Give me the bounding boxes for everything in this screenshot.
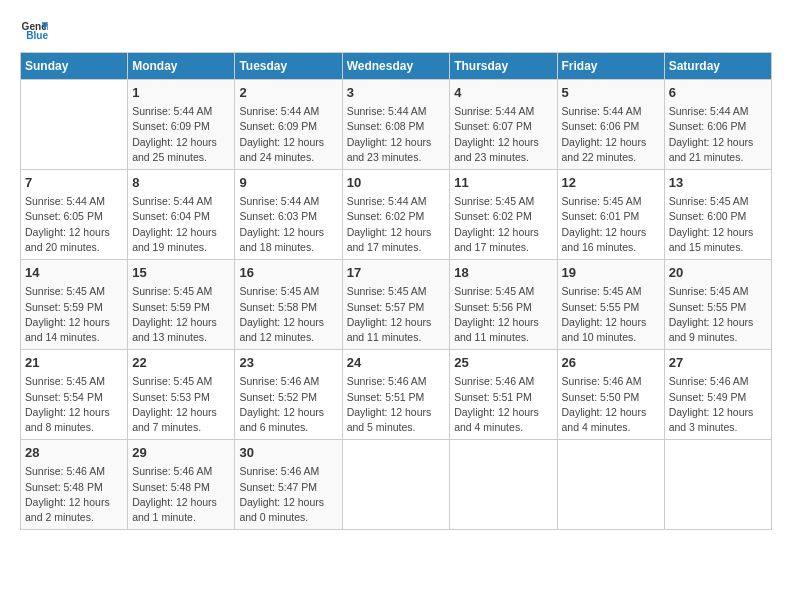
day-number: 24 bbox=[347, 354, 446, 372]
day-number: 19 bbox=[562, 264, 660, 282]
day-info: Sunrise: 5:45 AM Sunset: 5:58 PM Dayligh… bbox=[239, 284, 337, 345]
calendar-cell: 26Sunrise: 5:46 AM Sunset: 5:50 PM Dayli… bbox=[557, 350, 664, 440]
calendar-header-friday: Friday bbox=[557, 53, 664, 80]
day-info: Sunrise: 5:44 AM Sunset: 6:09 PM Dayligh… bbox=[132, 104, 230, 165]
calendar-cell: 14Sunrise: 5:45 AM Sunset: 5:59 PM Dayli… bbox=[21, 260, 128, 350]
day-number: 27 bbox=[669, 354, 767, 372]
calendar-header-sunday: Sunday bbox=[21, 53, 128, 80]
page-header: General Blue bbox=[20, 16, 772, 44]
calendar-cell bbox=[450, 440, 557, 530]
calendar-cell: 1Sunrise: 5:44 AM Sunset: 6:09 PM Daylig… bbox=[128, 80, 235, 170]
day-info: Sunrise: 5:46 AM Sunset: 5:50 PM Dayligh… bbox=[562, 374, 660, 435]
calendar-cell bbox=[664, 440, 771, 530]
day-info: Sunrise: 5:44 AM Sunset: 6:02 PM Dayligh… bbox=[347, 194, 446, 255]
logo-icon: General Blue bbox=[20, 16, 48, 44]
calendar-cell: 28Sunrise: 5:46 AM Sunset: 5:48 PM Dayli… bbox=[21, 440, 128, 530]
calendar-cell: 23Sunrise: 5:46 AM Sunset: 5:52 PM Dayli… bbox=[235, 350, 342, 440]
day-info: Sunrise: 5:45 AM Sunset: 6:02 PM Dayligh… bbox=[454, 194, 552, 255]
calendar-cell: 10Sunrise: 5:44 AM Sunset: 6:02 PM Dayli… bbox=[342, 170, 450, 260]
day-info: Sunrise: 5:44 AM Sunset: 6:05 PM Dayligh… bbox=[25, 194, 123, 255]
calendar-cell: 19Sunrise: 5:45 AM Sunset: 5:55 PM Dayli… bbox=[557, 260, 664, 350]
calendar-cell: 17Sunrise: 5:45 AM Sunset: 5:57 PM Dayli… bbox=[342, 260, 450, 350]
calendar-cell: 16Sunrise: 5:45 AM Sunset: 5:58 PM Dayli… bbox=[235, 260, 342, 350]
day-info: Sunrise: 5:46 AM Sunset: 5:48 PM Dayligh… bbox=[132, 464, 230, 525]
day-info: Sunrise: 5:45 AM Sunset: 6:00 PM Dayligh… bbox=[669, 194, 767, 255]
day-number: 6 bbox=[669, 84, 767, 102]
day-number: 5 bbox=[562, 84, 660, 102]
day-number: 8 bbox=[132, 174, 230, 192]
calendar-cell: 21Sunrise: 5:45 AM Sunset: 5:54 PM Dayli… bbox=[21, 350, 128, 440]
calendar-table: SundayMondayTuesdayWednesdayThursdayFrid… bbox=[20, 52, 772, 530]
calendar-week-row: 7Sunrise: 5:44 AM Sunset: 6:05 PM Daylig… bbox=[21, 170, 772, 260]
day-info: Sunrise: 5:45 AM Sunset: 5:57 PM Dayligh… bbox=[347, 284, 446, 345]
calendar-week-row: 1Sunrise: 5:44 AM Sunset: 6:09 PM Daylig… bbox=[21, 80, 772, 170]
calendar-header-tuesday: Tuesday bbox=[235, 53, 342, 80]
day-number: 4 bbox=[454, 84, 552, 102]
calendar-cell: 20Sunrise: 5:45 AM Sunset: 5:55 PM Dayli… bbox=[664, 260, 771, 350]
day-number: 15 bbox=[132, 264, 230, 282]
calendar-cell: 5Sunrise: 5:44 AM Sunset: 6:06 PM Daylig… bbox=[557, 80, 664, 170]
calendar-cell bbox=[557, 440, 664, 530]
day-number: 3 bbox=[347, 84, 446, 102]
calendar-cell: 12Sunrise: 5:45 AM Sunset: 6:01 PM Dayli… bbox=[557, 170, 664, 260]
day-info: Sunrise: 5:46 AM Sunset: 5:51 PM Dayligh… bbox=[454, 374, 552, 435]
day-info: Sunrise: 5:44 AM Sunset: 6:03 PM Dayligh… bbox=[239, 194, 337, 255]
calendar-cell: 29Sunrise: 5:46 AM Sunset: 5:48 PM Dayli… bbox=[128, 440, 235, 530]
calendar-cell: 11Sunrise: 5:45 AM Sunset: 6:02 PM Dayli… bbox=[450, 170, 557, 260]
calendar-cell: 30Sunrise: 5:46 AM Sunset: 5:47 PM Dayli… bbox=[235, 440, 342, 530]
day-info: Sunrise: 5:45 AM Sunset: 5:56 PM Dayligh… bbox=[454, 284, 552, 345]
calendar-cell bbox=[342, 440, 450, 530]
day-info: Sunrise: 5:45 AM Sunset: 5:55 PM Dayligh… bbox=[669, 284, 767, 345]
day-info: Sunrise: 5:45 AM Sunset: 5:59 PM Dayligh… bbox=[132, 284, 230, 345]
day-number: 12 bbox=[562, 174, 660, 192]
day-info: Sunrise: 5:45 AM Sunset: 6:01 PM Dayligh… bbox=[562, 194, 660, 255]
day-number: 9 bbox=[239, 174, 337, 192]
day-number: 22 bbox=[132, 354, 230, 372]
day-number: 23 bbox=[239, 354, 337, 372]
day-number: 11 bbox=[454, 174, 552, 192]
calendar-cell: 15Sunrise: 5:45 AM Sunset: 5:59 PM Dayli… bbox=[128, 260, 235, 350]
calendar-week-row: 21Sunrise: 5:45 AM Sunset: 5:54 PM Dayli… bbox=[21, 350, 772, 440]
day-info: Sunrise: 5:45 AM Sunset: 5:59 PM Dayligh… bbox=[25, 284, 123, 345]
calendar-cell: 2Sunrise: 5:44 AM Sunset: 6:09 PM Daylig… bbox=[235, 80, 342, 170]
calendar-header-saturday: Saturday bbox=[664, 53, 771, 80]
day-info: Sunrise: 5:44 AM Sunset: 6:06 PM Dayligh… bbox=[562, 104, 660, 165]
day-number: 20 bbox=[669, 264, 767, 282]
calendar-cell: 3Sunrise: 5:44 AM Sunset: 6:08 PM Daylig… bbox=[342, 80, 450, 170]
calendar-cell: 7Sunrise: 5:44 AM Sunset: 6:05 PM Daylig… bbox=[21, 170, 128, 260]
day-number: 30 bbox=[239, 444, 337, 462]
day-number: 14 bbox=[25, 264, 123, 282]
calendar-week-row: 28Sunrise: 5:46 AM Sunset: 5:48 PM Dayli… bbox=[21, 440, 772, 530]
day-info: Sunrise: 5:45 AM Sunset: 5:55 PM Dayligh… bbox=[562, 284, 660, 345]
day-info: Sunrise: 5:44 AM Sunset: 6:06 PM Dayligh… bbox=[669, 104, 767, 165]
calendar-cell: 8Sunrise: 5:44 AM Sunset: 6:04 PM Daylig… bbox=[128, 170, 235, 260]
day-number: 29 bbox=[132, 444, 230, 462]
calendar-header-row: SundayMondayTuesdayWednesdayThursdayFrid… bbox=[21, 53, 772, 80]
day-number: 18 bbox=[454, 264, 552, 282]
day-number: 1 bbox=[132, 84, 230, 102]
calendar-cell: 13Sunrise: 5:45 AM Sunset: 6:00 PM Dayli… bbox=[664, 170, 771, 260]
day-info: Sunrise: 5:45 AM Sunset: 5:54 PM Dayligh… bbox=[25, 374, 123, 435]
calendar-body: 1Sunrise: 5:44 AM Sunset: 6:09 PM Daylig… bbox=[21, 80, 772, 530]
day-info: Sunrise: 5:46 AM Sunset: 5:48 PM Dayligh… bbox=[25, 464, 123, 525]
calendar-week-row: 14Sunrise: 5:45 AM Sunset: 5:59 PM Dayli… bbox=[21, 260, 772, 350]
calendar-cell: 4Sunrise: 5:44 AM Sunset: 6:07 PM Daylig… bbox=[450, 80, 557, 170]
calendar-header-wednesday: Wednesday bbox=[342, 53, 450, 80]
day-info: Sunrise: 5:46 AM Sunset: 5:47 PM Dayligh… bbox=[239, 464, 337, 525]
day-number: 28 bbox=[25, 444, 123, 462]
day-info: Sunrise: 5:46 AM Sunset: 5:49 PM Dayligh… bbox=[669, 374, 767, 435]
day-number: 2 bbox=[239, 84, 337, 102]
calendar-cell: 18Sunrise: 5:45 AM Sunset: 5:56 PM Dayli… bbox=[450, 260, 557, 350]
day-number: 13 bbox=[669, 174, 767, 192]
calendar-header-monday: Monday bbox=[128, 53, 235, 80]
svg-text:Blue: Blue bbox=[26, 30, 48, 41]
day-number: 16 bbox=[239, 264, 337, 282]
calendar-cell: 22Sunrise: 5:45 AM Sunset: 5:53 PM Dayli… bbox=[128, 350, 235, 440]
day-number: 25 bbox=[454, 354, 552, 372]
day-number: 26 bbox=[562, 354, 660, 372]
day-number: 21 bbox=[25, 354, 123, 372]
day-info: Sunrise: 5:44 AM Sunset: 6:09 PM Dayligh… bbox=[239, 104, 337, 165]
calendar-cell: 9Sunrise: 5:44 AM Sunset: 6:03 PM Daylig… bbox=[235, 170, 342, 260]
calendar-cell: 24Sunrise: 5:46 AM Sunset: 5:51 PM Dayli… bbox=[342, 350, 450, 440]
day-info: Sunrise: 5:46 AM Sunset: 5:51 PM Dayligh… bbox=[347, 374, 446, 435]
